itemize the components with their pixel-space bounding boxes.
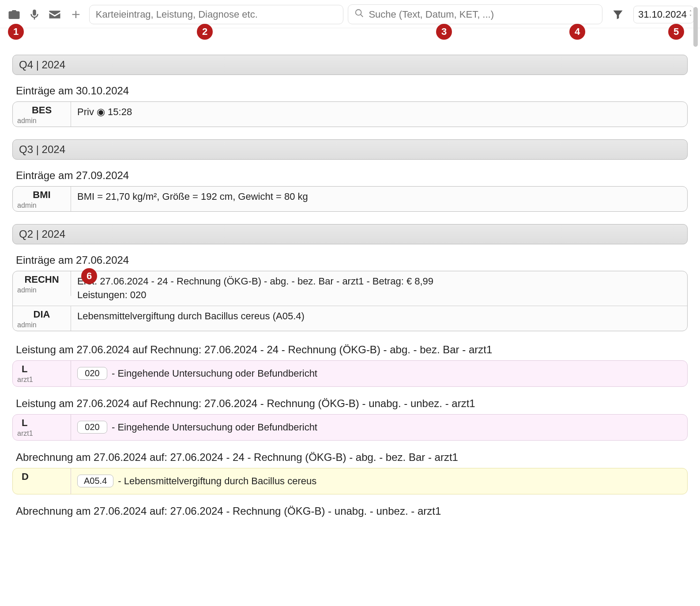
entry-type: D (17, 471, 66, 483)
entry-type: L (17, 417, 66, 429)
camera-icon[interactable] (6, 7, 22, 22)
entry-user: admin (17, 117, 66, 125)
entry-row[interactable]: BES admin Priv ◉ 15:28 (13, 102, 687, 127)
filter-icon[interactable] (610, 7, 625, 22)
search-icon (354, 8, 364, 20)
entry-left: DIA admin (13, 306, 71, 331)
add-entry-button[interactable]: + (67, 6, 85, 23)
day-label: Einträge am 30.10.2024 (16, 85, 688, 97)
entry-row[interactable]: RECHN admin Erst. 27.06.2024 - 24 - Rech… (13, 271, 687, 306)
day-label: Einträge am 27.09.2024 (16, 169, 688, 182)
billing-box[interactable]: D A05.4 - Lebensmittelvergiftung durch B… (12, 468, 688, 494)
help-badge-3: 3 (436, 24, 452, 40)
entry-box[interactable]: BMI admin BMI = 21,70 kg/m², Größe = 192… (12, 186, 688, 212)
entry-line: Leistungen: 020 (77, 288, 681, 302)
entry-left: L arzt1 (13, 361, 71, 386)
entry-body: Erst. 27.06.2024 - 24 - Rechnung (ÖKG-B)… (71, 271, 687, 306)
day-label: Einträge am 27.06.2024 (16, 254, 688, 266)
entry-row[interactable]: DIA admin Lebensmittelvergiftung durch B… (13, 306, 687, 331)
entry-left: RECHN admin (13, 271, 71, 296)
search-input[interactable] (369, 9, 596, 20)
entry-body: 020 - Eingehende Untersuchung oder Befun… (71, 361, 687, 386)
code-pill[interactable]: 020 (77, 421, 107, 434)
entry-box[interactable]: BES admin Priv ◉ 15:28 (12, 101, 688, 127)
entry-user: admin (17, 321, 66, 329)
day-label: Abrechnung am 27.06.2024 auf: 27.06.2024… (16, 451, 688, 464)
svg-point-0 (356, 10, 361, 15)
entry-body: Priv ◉ 15:28 (71, 102, 687, 123)
entry-desc: - Eingehende Untersuchung oder Befundber… (112, 422, 317, 433)
entry-body: Lebensmittelvergiftung durch Bacillus ce… (71, 306, 687, 327)
day-label: Leistung am 27.06.2024 auf Rechnung: 27.… (16, 344, 688, 356)
code-pill[interactable]: A05.4 (77, 475, 113, 487)
mail-icon[interactable] (47, 7, 63, 22)
code-pill[interactable]: 020 (77, 367, 107, 380)
entry-line: Erst. 27.06.2024 - 24 - Rechnung (ÖKG-B)… (77, 275, 681, 288)
entry-user: admin (17, 202, 66, 209)
entry-desc: - Lebensmittelvergiftung durch Bacillus … (118, 475, 316, 487)
entry-type: BMI (17, 189, 66, 201)
help-badge-5: 5 (668, 24, 684, 40)
help-badge-6: 6 (81, 268, 97, 284)
entry-left: BMI admin (13, 187, 71, 211)
entry-input[interactable] (89, 5, 344, 24)
microphone-icon[interactable] (26, 7, 42, 22)
service-box[interactable]: L arzt1 020 - Eingehende Untersuchung od… (12, 360, 688, 387)
entry-type: RECHN (17, 274, 66, 285)
entry-user: admin (17, 286, 66, 294)
help-badge-1: 1 (8, 24, 24, 40)
entry-left: D (13, 468, 71, 494)
chevron-up-icon[interactable]: ˄ (689, 10, 692, 15)
quarter-header-q4[interactable]: Q4 | 2024 (12, 55, 688, 75)
entry-left: BES admin (13, 102, 71, 127)
chevron-down-icon[interactable]: ˅ (689, 15, 692, 19)
entry-row[interactable]: BMI admin BMI = 21,70 kg/m², Größe = 192… (13, 187, 687, 211)
help-badge-4: 4 (569, 24, 585, 40)
entry-user: arzt1 (17, 376, 66, 384)
scroll-thumb[interactable] (693, 7, 698, 47)
entry-user: arzt1 (17, 430, 66, 438)
svg-line-1 (361, 15, 363, 17)
entry-left: L arzt1 (13, 415, 71, 440)
entry-type: BES (17, 105, 66, 116)
date-field[interactable]: 31.10.2024 ˄ ˅ (633, 6, 694, 23)
service-box[interactable]: L arzt1 020 - Eingehende Untersuchung od… (12, 414, 688, 441)
search-input-wrap[interactable] (348, 4, 602, 24)
quarter-header-q3[interactable]: Q3 | 2024 (12, 139, 688, 160)
entry-body: 020 - Eingehende Untersuchung oder Befun… (71, 415, 687, 440)
scrollbar[interactable] (693, 7, 699, 599)
date-stepper[interactable]: ˄ ˅ (689, 10, 692, 19)
quarter-header-q2[interactable]: Q2 | 2024 (12, 224, 688, 244)
date-value: 31.10.2024 (638, 9, 687, 20)
entry-desc: - Eingehende Untersuchung oder Befundber… (112, 368, 317, 379)
entry-body: BMI = 21,70 kg/m², Größe = 192 cm, Gewic… (71, 187, 687, 207)
entry-body: A05.4 - Lebensmittelvergiftung durch Bac… (71, 468, 687, 494)
toolbar: + 31.10.2024 ˄ ˅ (0, 0, 700, 28)
content-area: Q4 | 2024 Einträge am 30.10.2024 BES adm… (0, 28, 700, 531)
entry-type: L (17, 363, 66, 375)
help-badge-2: 2 (197, 24, 213, 40)
entry-box[interactable]: RECHN admin Erst. 27.06.2024 - 24 - Rech… (12, 271, 688, 331)
entry-type: DIA (17, 309, 66, 320)
day-label: Leistung am 27.06.2024 auf Rechnung: 27.… (16, 397, 688, 410)
day-label: Abrechnung am 27.06.2024 auf: 27.06.2024… (16, 505, 688, 517)
